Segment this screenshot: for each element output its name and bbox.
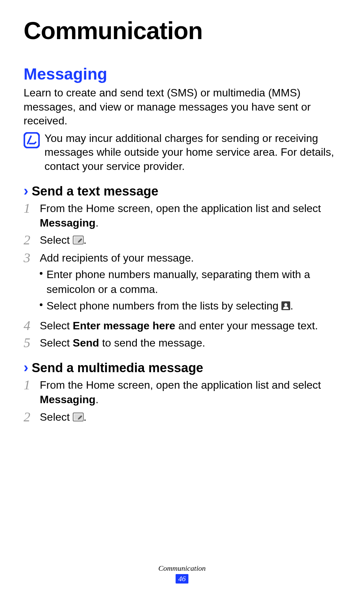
note-text: You may incur additional charges for sen… (44, 131, 340, 174)
bullet-text: Enter phone numbers manually, separating… (47, 267, 340, 296)
step-number: 2 (24, 233, 33, 247)
compose-icon (73, 234, 84, 248)
step-bold: Messaging (40, 217, 95, 229)
bullet-text: Select phone numbers from the lists by s… (47, 300, 281, 312)
step-number: 2 (24, 410, 33, 424)
step-text: to send the message. (99, 337, 205, 349)
step-4: 4 Select Enter message here and enter yo… (24, 319, 340, 333)
chapter-title: Communication (24, 17, 340, 44)
subsection-label: Send a multimedia message (32, 361, 203, 375)
step-bold: Send (73, 337, 99, 349)
step-1: 1 From the Home screen, open the applica… (24, 378, 340, 407)
step-number: 1 (24, 378, 33, 392)
step-2: 2 Select . (24, 410, 340, 425)
step-1: 1 From the Home screen, open the applica… (24, 201, 340, 230)
svg-point-4 (284, 303, 287, 306)
bullet-text: . (290, 300, 293, 312)
subsection-send-text: › Send a text message (24, 184, 340, 199)
svg-rect-0 (24, 133, 39, 148)
bullet-dot-icon (40, 303, 42, 306)
step-text: and enter your message text. (175, 320, 318, 332)
step-bold: Messaging (40, 393, 95, 406)
bullet-dot-icon (40, 272, 42, 275)
chevron-icon: › (24, 360, 28, 375)
contact-icon (281, 299, 290, 314)
step-text: From the Home screen, open the applicati… (40, 202, 321, 214)
step-5: 5 Select Send to send the message. (24, 336, 340, 350)
note-icon (24, 132, 40, 148)
step-text: . (84, 411, 87, 423)
footer-label: Communication (0, 564, 364, 573)
chevron-icon: › (24, 184, 28, 198)
step-number: 4 (24, 319, 33, 333)
step-number: 3 (24, 251, 33, 265)
step-text: . (95, 217, 98, 229)
page-number: 46 (176, 574, 188, 584)
page-footer: Communication 46 (0, 564, 364, 584)
bullet-item: Select phone numbers from the lists by s… (40, 299, 340, 314)
step-text: . (84, 234, 87, 246)
step-number: 1 (24, 201, 33, 215)
step-text: Add recipients of your message. (40, 252, 194, 264)
step-3: 3 Add recipients of your message. Enter … (24, 251, 340, 316)
step-text: . (95, 393, 98, 406)
step-text: Select (40, 411, 73, 423)
step-bold: Enter message here (73, 320, 175, 332)
step-2: 2 Select . (24, 233, 340, 248)
bullet-item: Enter phone numbers manually, separating… (40, 267, 340, 296)
subsection-label: Send a text message (32, 184, 158, 199)
note-block: You may incur additional charges for sen… (24, 131, 340, 174)
step-text: From the Home screen, open the applicati… (40, 379, 321, 391)
compose-icon (73, 411, 84, 425)
intro-text: Learn to create and send text (SMS) or m… (24, 86, 340, 128)
step-text: Select (40, 320, 73, 332)
step-text: Select (40, 337, 73, 349)
subsection-send-multimedia: › Send a multimedia message (24, 360, 340, 375)
section-title: Messaging (24, 65, 340, 83)
step-number: 5 (24, 336, 33, 350)
step-text: Select (40, 234, 73, 246)
